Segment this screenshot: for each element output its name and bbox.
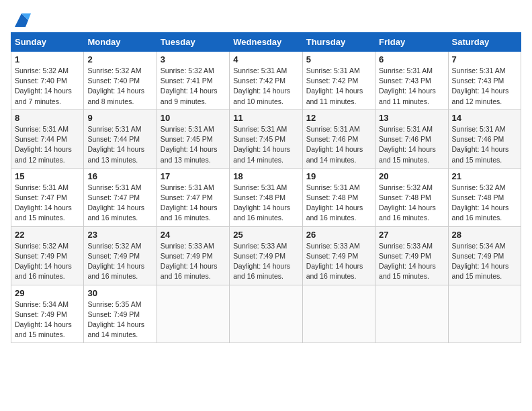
logo — [11, 11, 31, 26]
empty-cell — [230, 285, 302, 343]
calendar-week-row: 15 Sunrise: 5:31 AMSunset: 7:47 PMDaylig… — [11, 168, 521, 226]
empty-cell — [448, 285, 521, 343]
day-number: 6 — [379, 54, 444, 64]
day-number: 27 — [379, 230, 444, 240]
header-tuesday: Tuesday — [157, 33, 229, 52]
day-info: Sunrise: 5:32 AMSunset: 7:40 PMDaylight:… — [15, 66, 80, 107]
day-info: Sunrise: 5:32 AMSunset: 7:41 PMDaylight:… — [161, 66, 226, 107]
empty-cell — [302, 285, 375, 343]
day-number: 7 — [452, 54, 517, 64]
day-number: 30 — [87, 288, 152, 298]
calendar-day-cell: 11 Sunrise: 5:31 AMSunset: 7:45 PMDaylig… — [230, 109, 302, 168]
day-number: 12 — [306, 113, 371, 123]
day-number: 20 — [379, 171, 444, 181]
empty-cell — [375, 285, 448, 343]
calendar-day-cell: 8 Sunrise: 5:31 AMSunset: 7:44 PMDayligh… — [11, 109, 84, 168]
day-info: Sunrise: 5:31 AMSunset: 7:43 PMDaylight:… — [452, 66, 517, 107]
day-number: 23 — [87, 230, 152, 240]
day-info: Sunrise: 5:31 AMSunset: 7:48 PMDaylight:… — [233, 183, 298, 224]
day-number: 26 — [306, 230, 371, 240]
day-info: Sunrise: 5:31 AMSunset: 7:42 PMDaylight:… — [306, 66, 371, 107]
calendar-day-cell: 16 Sunrise: 5:31 AMSunset: 7:47 PMDaylig… — [84, 168, 157, 226]
day-info: Sunrise: 5:33 AMSunset: 7:49 PMDaylight:… — [306, 241, 371, 282]
day-number: 17 — [161, 171, 226, 181]
calendar-day-cell: 4 Sunrise: 5:31 AMSunset: 7:42 PMDayligh… — [230, 52, 302, 110]
calendar-day-cell: 21 Sunrise: 5:32 AMSunset: 7:48 PMDaylig… — [448, 168, 521, 226]
header-sunday: Sunday — [11, 33, 84, 52]
day-info: Sunrise: 5:32 AMSunset: 7:40 PMDaylight:… — [87, 66, 152, 107]
day-number: 25 — [233, 230, 298, 240]
day-number: 28 — [452, 230, 517, 240]
day-info: Sunrise: 5:32 AMSunset: 7:48 PMDaylight:… — [379, 183, 444, 224]
day-info: Sunrise: 5:33 AMSunset: 7:49 PMDaylight:… — [233, 241, 298, 282]
empty-cell — [157, 285, 229, 343]
header — [11, 11, 521, 26]
day-number: 8 — [15, 113, 80, 123]
calendar-day-cell: 27 Sunrise: 5:33 AMSunset: 7:49 PMDaylig… — [375, 226, 448, 285]
day-info: Sunrise: 5:31 AMSunset: 7:42 PMDaylight:… — [233, 66, 298, 107]
header-saturday: Saturday — [448, 33, 521, 52]
header-friday: Friday — [375, 33, 448, 52]
day-number: 24 — [161, 230, 226, 240]
calendar-day-cell: 29 Sunrise: 5:34 AMSunset: 7:49 PMDaylig… — [11, 285, 84, 343]
day-info: Sunrise: 5:31 AMSunset: 7:47 PMDaylight:… — [87, 183, 152, 224]
calendar-week-row: 22 Sunrise: 5:32 AMSunset: 7:49 PMDaylig… — [11, 226, 521, 285]
calendar-day-cell: 9 Sunrise: 5:31 AMSunset: 7:44 PMDayligh… — [84, 109, 157, 168]
day-number: 10 — [161, 113, 226, 123]
calendar-day-cell: 3 Sunrise: 5:32 AMSunset: 7:41 PMDayligh… — [157, 52, 229, 110]
calendar-day-cell: 14 Sunrise: 5:31 AMSunset: 7:46 PMDaylig… — [448, 109, 521, 168]
calendar-day-cell: 19 Sunrise: 5:31 AMSunset: 7:48 PMDaylig… — [302, 168, 375, 226]
day-info: Sunrise: 5:31 AMSunset: 7:48 PMDaylight:… — [306, 183, 371, 224]
day-number: 3 — [161, 54, 226, 64]
day-number: 2 — [87, 54, 152, 64]
logo-icon — [12, 11, 31, 30]
day-info: Sunrise: 5:35 AMSunset: 7:49 PMDaylight:… — [87, 300, 152, 340]
calendar-day-cell: 26 Sunrise: 5:33 AMSunset: 7:49 PMDaylig… — [302, 226, 375, 285]
day-number: 14 — [452, 113, 517, 123]
day-info: Sunrise: 5:31 AMSunset: 7:44 PMDaylight:… — [15, 124, 80, 165]
calendar-day-cell: 30 Sunrise: 5:35 AMSunset: 7:49 PMDaylig… — [84, 285, 157, 343]
calendar-table: SundayMondayTuesdayWednesdayThursdayFrid… — [11, 32, 521, 343]
calendar-week-row: 1 Sunrise: 5:32 AMSunset: 7:40 PMDayligh… — [11, 52, 521, 110]
calendar-day-cell: 28 Sunrise: 5:34 AMSunset: 7:49 PMDaylig… — [448, 226, 521, 285]
day-number: 1 — [15, 54, 80, 64]
day-info: Sunrise: 5:31 AMSunset: 7:44 PMDaylight:… — [87, 124, 152, 165]
day-info: Sunrise: 5:34 AMSunset: 7:49 PMDaylight:… — [452, 241, 517, 282]
calendar-day-cell: 13 Sunrise: 5:31 AMSunset: 7:46 PMDaylig… — [375, 109, 448, 168]
day-number: 4 — [233, 54, 298, 64]
calendar-day-cell: 17 Sunrise: 5:31 AMSunset: 7:47 PMDaylig… — [157, 168, 229, 226]
calendar-day-cell: 24 Sunrise: 5:33 AMSunset: 7:49 PMDaylig… — [157, 226, 229, 285]
calendar-header-row: SundayMondayTuesdayWednesdayThursdayFrid… — [11, 33, 521, 52]
calendar-week-row: 29 Sunrise: 5:34 AMSunset: 7:49 PMDaylig… — [11, 285, 521, 343]
day-number: 13 — [379, 113, 444, 123]
calendar-day-cell: 20 Sunrise: 5:32 AMSunset: 7:48 PMDaylig… — [375, 168, 448, 226]
day-number: 16 — [87, 171, 152, 181]
day-number: 21 — [452, 171, 517, 181]
calendar-day-cell: 6 Sunrise: 5:31 AMSunset: 7:43 PMDayligh… — [375, 52, 448, 110]
day-number: 22 — [15, 230, 80, 240]
day-info: Sunrise: 5:31 AMSunset: 7:46 PMDaylight:… — [379, 124, 444, 165]
day-info: Sunrise: 5:33 AMSunset: 7:49 PMDaylight:… — [379, 241, 444, 282]
day-info: Sunrise: 5:31 AMSunset: 7:47 PMDaylight:… — [161, 183, 226, 224]
calendar-day-cell: 22 Sunrise: 5:32 AMSunset: 7:49 PMDaylig… — [11, 226, 84, 285]
day-number: 19 — [306, 171, 371, 181]
calendar-day-cell: 2 Sunrise: 5:32 AMSunset: 7:40 PMDayligh… — [84, 52, 157, 110]
day-number: 29 — [15, 288, 80, 298]
header-wednesday: Wednesday — [230, 33, 302, 52]
day-info: Sunrise: 5:32 AMSunset: 7:49 PMDaylight:… — [15, 241, 80, 282]
day-info: Sunrise: 5:34 AMSunset: 7:49 PMDaylight:… — [15, 300, 80, 340]
day-number: 11 — [233, 113, 298, 123]
header-monday: Monday — [84, 33, 157, 52]
day-info: Sunrise: 5:31 AMSunset: 7:47 PMDaylight:… — [15, 183, 80, 224]
header-thursday: Thursday — [302, 33, 375, 52]
day-info: Sunrise: 5:31 AMSunset: 7:46 PMDaylight:… — [306, 124, 371, 165]
day-info: Sunrise: 5:31 AMSunset: 7:43 PMDaylight:… — [379, 66, 444, 107]
day-info: Sunrise: 5:33 AMSunset: 7:49 PMDaylight:… — [161, 241, 226, 282]
day-number: 9 — [87, 113, 152, 123]
day-info: Sunrise: 5:31 AMSunset: 7:46 PMDaylight:… — [452, 124, 517, 165]
calendar-day-cell: 15 Sunrise: 5:31 AMSunset: 7:47 PMDaylig… — [11, 168, 84, 226]
calendar-day-cell: 23 Sunrise: 5:32 AMSunset: 7:49 PMDaylig… — [84, 226, 157, 285]
day-info: Sunrise: 5:31 AMSunset: 7:45 PMDaylight:… — [161, 124, 226, 165]
day-info: Sunrise: 5:32 AMSunset: 7:48 PMDaylight:… — [452, 183, 517, 224]
calendar-day-cell: 5 Sunrise: 5:31 AMSunset: 7:42 PMDayligh… — [302, 52, 375, 110]
